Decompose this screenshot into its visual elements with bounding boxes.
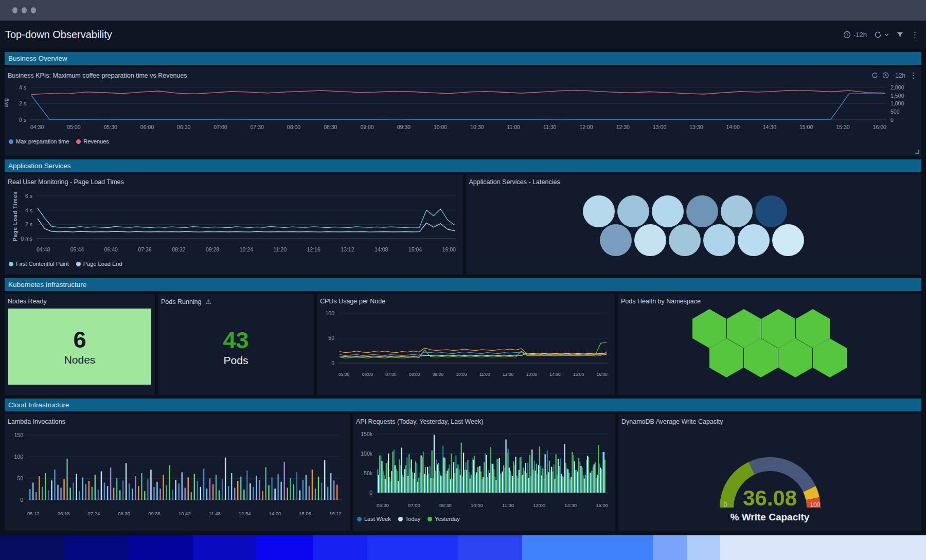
legend-color-dot <box>398 517 403 521</box>
legend-item[interactable]: Today <box>398 516 420 522</box>
axis-tick-label: 14:30 <box>564 502 577 508</box>
axis-tick-label: 6 s <box>25 193 32 199</box>
latency-bubble[interactable] <box>617 195 649 227</box>
axis-tick-label: 10:42 <box>179 511 191 516</box>
latency-bubble-chart <box>466 174 922 275</box>
panel-resize-handle[interactable] <box>915 150 919 154</box>
dashboard-menu-button[interactable]: ⋮ <box>911 31 919 39</box>
panel-title: Nodes Ready <box>8 298 47 305</box>
axis-tick-label: 05:44 <box>70 246 84 252</box>
panel-title: DynamoDB Average Write Capacity <box>621 418 723 425</box>
axis-tick-label: 14:08 <box>375 246 388 252</box>
clock-icon[interactable] <box>882 72 889 79</box>
axis-tick-label: 07:30 <box>251 124 264 130</box>
section-business-overview[interactable]: Business Overview <box>5 52 921 65</box>
legend-item[interactable]: Last Week <box>357 516 391 522</box>
axis-tick-label: 500 <box>891 109 900 115</box>
axis-tick-label: 12:30 <box>616 124 630 130</box>
latency-bubble[interactable] <box>669 224 701 256</box>
axis-tick-label: 16:00 <box>597 372 608 377</box>
color-strip-segment <box>193 535 256 560</box>
y-axis-ticks: 6 s4 s2 s0 ms <box>14 190 35 241</box>
kebab-icon[interactable]: ⋮ <box>910 71 917 79</box>
panel-latencies: Application Services - Latencies <box>466 174 922 275</box>
legend-color-dot <box>9 139 13 144</box>
latency-bubble[interactable] <box>600 224 632 256</box>
axis-tick-label: 11:30 <box>502 502 514 508</box>
axis-tick-label: 16:00 <box>442 246 456 252</box>
legend-label: First Contentful Paint <box>16 261 69 267</box>
latency-bubble[interactable] <box>772 224 804 256</box>
legend-item[interactable]: Page Load End <box>76 261 122 267</box>
latency-bubble[interactable] <box>721 195 753 227</box>
axis-tick-label: 08:00 <box>409 372 420 377</box>
legend-label: Last Week <box>364 516 391 522</box>
legend-item[interactable]: Max preparation time <box>9 138 69 144</box>
color-strip-segment <box>367 535 458 560</box>
axis-tick-label: 13:30 <box>689 124 703 130</box>
latency-bubble[interactable] <box>738 224 770 256</box>
axis-tick-label: 10:00 <box>471 502 483 508</box>
panel-rum: Real User Monitoring - Page Load Times P… <box>5 174 463 275</box>
axis-tick-label: 16:00 <box>873 124 886 130</box>
axis-tick-label: 13:00 <box>533 502 545 508</box>
window-control-dot[interactable] <box>12 7 17 13</box>
window-titlebar <box>0 0 926 21</box>
axis-tick-label: 100k <box>361 450 372 457</box>
legend-label: Revenues <box>83 138 109 144</box>
refresh-button[interactable] <box>874 31 889 39</box>
panel-pods-running: Pods Running ⚠ 43 Pods <box>158 294 314 395</box>
latency-bubble[interactable] <box>703 224 735 256</box>
time-range-picker[interactable]: -12h <box>843 31 867 39</box>
axis-tick-label: 0 <box>331 360 334 366</box>
latency-bubble[interactable] <box>686 195 718 227</box>
axis-tick-label: 16:00 <box>596 502 608 508</box>
latency-bubble[interactable] <box>755 195 787 227</box>
color-strip-segment <box>653 535 687 560</box>
axis-tick-label: 4 s <box>19 84 26 91</box>
legend-color-dot <box>357 517 362 521</box>
axis-tick-label: 06:40 <box>104 246 118 252</box>
x-axis-ticks: 05:1206:1807:2408:3009:3610:4211:4812:54… <box>27 511 342 516</box>
refresh-icon[interactable] <box>871 72 878 79</box>
x-axis-ticks: 05:3007:0008:3010:0011:3013:0014:3016:00 <box>377 502 608 508</box>
time-range-label: -12h <box>853 31 867 39</box>
axis-tick-label: 15:00 <box>799 124 813 130</box>
latency-bubble[interactable] <box>634 224 666 256</box>
chevron-down-icon <box>884 32 889 37</box>
business-kpis-chart <box>30 82 886 122</box>
panel-time-range[interactable]: -12h <box>893 72 905 79</box>
warning-icon[interactable]: ⚠ <box>206 298 212 305</box>
axis-tick-label: 05:00 <box>339 372 349 377</box>
section-title: Cloud Infrastructure <box>8 401 69 409</box>
legend-item[interactable]: Revenues <box>76 138 109 144</box>
axis-tick-label: 10:00 <box>456 372 467 377</box>
panel-title: Pods Running <box>161 298 202 305</box>
section-application-services[interactable]: Application Services <box>5 159 921 172</box>
axis-tick-label: 100 <box>14 454 23 460</box>
axis-tick-label: 04:48 <box>37 246 50 252</box>
axis-tick-label: 07:00 <box>213 124 227 130</box>
legend-item[interactable]: Yesterday <box>428 516 460 522</box>
filter-button[interactable] <box>896 31 904 39</box>
window-control-dot[interactable] <box>22 7 27 13</box>
section-cloud-infrastructure[interactable]: Cloud Infrastructure <box>5 399 921 411</box>
clock-icon <box>843 31 851 39</box>
window-control-dot[interactable] <box>31 7 36 13</box>
window-controls[interactable] <box>12 7 40 13</box>
latency-bubble[interactable] <box>652 195 684 227</box>
latency-bubble[interactable] <box>583 195 615 227</box>
axis-tick-label: 10:00 <box>434 124 447 130</box>
rum-chart <box>37 190 456 241</box>
color-strip-segment <box>313 535 367 560</box>
axis-tick-label: 06:30 <box>177 124 190 130</box>
axis-tick-label: 05:30 <box>104 124 117 130</box>
section-kubernetes-infrastructure[interactable]: Kubernetes Infrastructure <box>5 278 921 291</box>
axis-tick-label: 12:00 <box>503 372 513 377</box>
axis-tick-label: 12:54 <box>239 511 251 516</box>
axis-tick-label: 13:00 <box>653 124 666 130</box>
panel-title: Business KPIs: Maximum coffee preparatio… <box>8 72 187 79</box>
axis-tick-label: 09:28 <box>206 246 219 252</box>
axis-tick-label: 15:00 <box>573 372 584 377</box>
legend-item[interactable]: First Contentful Paint <box>9 261 69 267</box>
